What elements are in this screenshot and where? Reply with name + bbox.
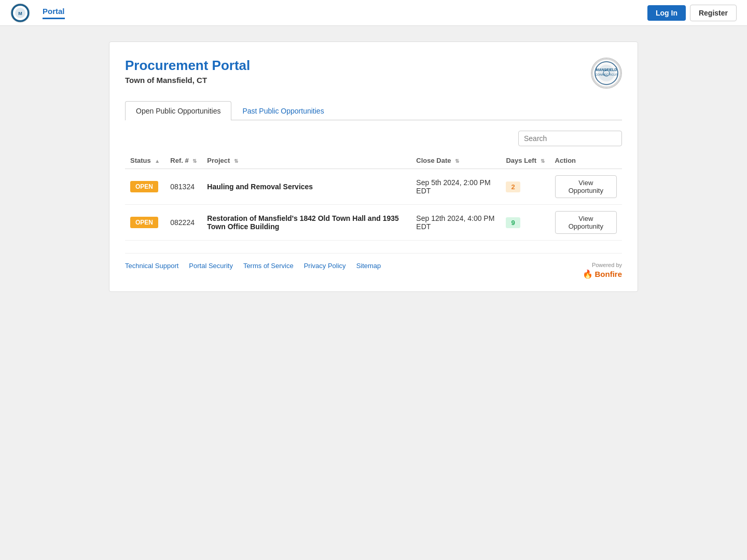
col-header-status[interactable]: Status ▲: [125, 152, 165, 169]
portal-logo: MANSFIELD CONNECTICUT: [591, 58, 622, 89]
cell-days-left: 2: [501, 169, 549, 205]
search-input[interactable]: [518, 131, 622, 146]
portal-title-block: Procurement Portal Town of Mansfield, CT: [125, 58, 250, 85]
brand-row: 🔥 Bonfire: [583, 269, 622, 279]
table-header-row: Status ▲ Ref. # ⇅ Project ⇅ Close Date ⇅…: [125, 152, 622, 169]
days-left-badge: 9: [506, 217, 520, 228]
cell-ref: 081324: [165, 169, 202, 205]
powered-by-label: Powered by: [592, 262, 622, 268]
footer-link-privacy-policy[interactable]: Privacy Policy: [304, 262, 346, 279]
days-left-badge: 2: [506, 181, 520, 192]
tabs: Open Public Opportunities Past Public Op…: [125, 101, 622, 120]
col-header-ref[interactable]: Ref. # ⇅: [165, 152, 202, 169]
cell-close-date: Sep 12th 2024, 4:00 PM EDT: [411, 205, 501, 241]
footer-link-sitemap[interactable]: Sitemap: [356, 262, 381, 279]
cell-status: OPEN: [125, 205, 165, 241]
svg-text:CONNECTICUT: CONNECTICUT: [595, 73, 618, 76]
svg-text:M: M: [18, 11, 22, 16]
cell-ref: 082224: [165, 205, 202, 241]
table-row: OPEN 081324 Hauling and Removal Services…: [125, 169, 622, 205]
powered-by: Powered by 🔥 Bonfire: [583, 262, 622, 279]
tab-past-opportunities[interactable]: Past Public Opportunities: [231, 101, 335, 120]
cell-status: OPEN: [125, 169, 165, 205]
col-header-action: Action: [550, 152, 622, 169]
table-row: OPEN 082224 Restoration of Mansfield's 1…: [125, 205, 622, 241]
footer-link-portal-security[interactable]: Portal Security: [189, 262, 233, 279]
cell-project: Restoration of Mansfield's 1842 Old Town…: [202, 205, 411, 241]
col-header-close-date[interactable]: Close Date ⇅: [411, 152, 501, 169]
footer-link-terms-of-service[interactable]: Terms of Service: [243, 262, 294, 279]
search-row: [125, 131, 622, 146]
top-navigation: M Portal Log In Register: [0, 0, 747, 26]
portal-header: Procurement Portal Town of Mansfield, CT…: [125, 58, 622, 89]
main-container: Procurement Portal Town of Mansfield, CT…: [109, 41, 638, 292]
cell-action[interactable]: View Opportunity: [550, 205, 622, 241]
register-button[interactable]: Register: [690, 5, 737, 21]
cell-project: Hauling and Removal Services: [202, 169, 411, 205]
status-badge: OPEN: [130, 181, 158, 192]
view-opportunity-button[interactable]: View Opportunity: [555, 211, 617, 234]
login-button[interactable]: Log In: [647, 5, 686, 21]
view-opportunity-button[interactable]: View Opportunity: [555, 175, 617, 198]
nav-left: M Portal: [10, 3, 65, 23]
nav-right: Log In Register: [647, 5, 737, 21]
portal-logo-image: MANSFIELD CONNECTICUT: [592, 59, 621, 88]
col-header-days-left[interactable]: Days Left ⇅: [501, 152, 549, 169]
brand-name: Bonfire: [595, 270, 622, 278]
bonfire-icon: 🔥: [583, 269, 593, 279]
opportunities-table: Status ▲ Ref. # ⇅ Project ⇅ Close Date ⇅…: [125, 152, 622, 241]
tab-open-opportunities[interactable]: Open Public Opportunities: [125, 101, 231, 120]
footer-link-technical-support[interactable]: Technical Support: [125, 262, 178, 279]
col-header-project[interactable]: Project ⇅: [202, 152, 411, 169]
status-badge: OPEN: [130, 217, 158, 228]
portal-nav-link[interactable]: Portal: [43, 7, 65, 19]
site-logo: M: [10, 3, 30, 23]
footer-links: Technical Support Portal Security Terms …: [125, 253, 622, 279]
portal-title: Procurement Portal: [125, 58, 250, 74]
cell-days-left: 9: [501, 205, 549, 241]
cell-close-date: Sep 5th 2024, 2:00 PM EDT: [411, 169, 501, 205]
cell-action[interactable]: View Opportunity: [550, 169, 622, 205]
portal-subtitle: Town of Mansfield, CT: [125, 76, 250, 85]
